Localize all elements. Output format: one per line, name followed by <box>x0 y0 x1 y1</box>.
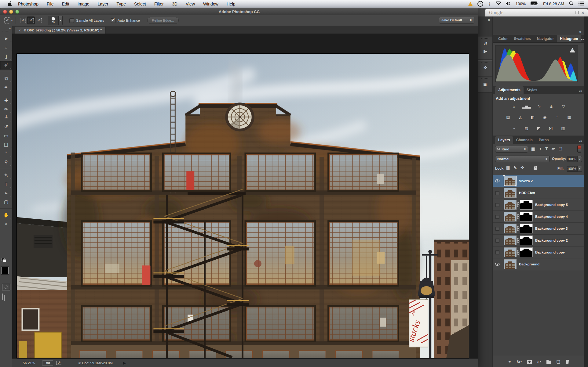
tab-adjustments[interactable]: Adjustments <box>495 86 524 94</box>
close-window-button[interactable] <box>3 10 7 14</box>
layer-mask-thumbnail[interactable] <box>520 236 532 245</box>
layer-thumbnail[interactable] <box>504 212 516 221</box>
vibrance-icon[interactable]: ▽ <box>560 103 567 109</box>
menu-item[interactable]: Type <box>117 2 126 6</box>
kind-filter-dropdown[interactable]: Kind ⇕ <box>495 146 528 153</box>
layer-row[interactable]: HDR Efex <box>493 187 584 199</box>
menu-item[interactable]: File <box>47 2 54 6</box>
battery-icon[interactable] <box>531 2 538 6</box>
histogram-warning-icon[interactable] <box>570 48 575 52</box>
tab-swatches[interactable]: Swatches <box>511 35 534 42</box>
layer-visibility-toggle[interactable] <box>493 175 502 187</box>
layer-thumbnail[interactable] <box>504 260 516 269</box>
collapse-panels-icon[interactable]: » <box>579 30 581 34</box>
type-tool[interactable]: T <box>0 180 12 189</box>
blend-mode-dropdown[interactable]: Normal ⇕ <box>495 156 550 162</box>
bluetooth-icon[interactable]: ᛒ <box>488 2 491 6</box>
layer-visibility-toggle[interactable] <box>493 211 502 222</box>
blur-tool[interactable]: ❜ <box>0 149 12 158</box>
layer-row[interactable]: Background copy 4 <box>493 211 584 223</box>
close-document-icon[interactable]: × <box>19 28 21 33</box>
layer-thumbnail[interactable] <box>504 176 516 185</box>
brush-size-picker[interactable]: 30 ▾ <box>48 16 63 25</box>
zoom-level-field[interactable]: 56.21% <box>18 361 35 365</box>
layer-visibility-toggle[interactable] <box>493 199 502 210</box>
menu-item[interactable]: Select <box>134 2 146 6</box>
panel-menu-icon[interactable]: ≡ <box>579 89 582 94</box>
minimize-window-button[interactable] <box>9 10 13 14</box>
layer-visibility-toggle[interactable] <box>493 235 502 246</box>
hand-tool[interactable]: ✋ <box>0 210 12 219</box>
foreground-color-swatch[interactable] <box>1 267 9 274</box>
new-layer-icon[interactable]: ❏ <box>557 359 561 364</box>
levels-icon[interactable]: ▂▅▃ <box>522 103 531 109</box>
document-size-info[interactable]: © Doc: 59.1M/520.8M <box>79 361 113 365</box>
wifi-icon[interactable] <box>496 2 501 6</box>
layer-thumbnail[interactable] <box>504 188 516 197</box>
layer-mask-thumbnail[interactable] <box>520 224 532 233</box>
fill-caret[interactable]: ▾ <box>578 166 582 172</box>
history-icon[interactable]: ↺ <box>478 41 492 47</box>
canvas-image[interactable]: steel stacks <box>17 54 469 358</box>
sync-settings-icon[interactable]: ✱⇄ <box>42 360 53 366</box>
alert-menu-icon[interactable] <box>468 2 473 6</box>
brightness-contrast-icon[interactable]: ☼ <box>510 103 517 109</box>
layer-thumbnail[interactable] <box>504 200 516 209</box>
new-adjustment-layer-icon[interactable]: ◐▾ <box>537 359 541 364</box>
spotlight-icon[interactable] <box>569 1 574 7</box>
invert-icon[interactable]: ◒ <box>510 125 518 131</box>
quick-mask-mode-button[interactable] <box>2 284 10 290</box>
auto-enhance-option[interactable]: Auto-Enhance <box>111 18 140 23</box>
menu-item[interactable]: Help <box>227 2 236 6</box>
expand-tools-icon[interactable]: » <box>9 27 11 30</box>
clone-stamp-tool[interactable]: ┻ <box>0 113 12 122</box>
layer-row[interactable]: Background copy 2 <box>493 235 584 246</box>
gradient-tool[interactable]: ◲ <box>0 140 12 149</box>
workspace-dropdown[interactable]: Jake Default ⇕ <box>439 17 474 23</box>
menu-item[interactable]: Edit <box>62 2 69 6</box>
layer-row[interactable]: Background <box>493 258 584 270</box>
zoom-window-button[interactable] <box>15 10 19 14</box>
tab-styles[interactable]: Styles <box>524 86 540 94</box>
lock-pixels-icon[interactable]: ✎ <box>513 165 517 170</box>
google-maximize-button[interactable] <box>575 11 579 14</box>
panel-menu-icon[interactable]: ≡ <box>579 139 582 144</box>
exposure-icon[interactable]: ± <box>548 103 555 109</box>
subtract-from-selection-mode-button[interactable]: ✐− <box>35 16 43 24</box>
menu-item[interactable]: 3D <box>172 2 177 6</box>
layer-mask-thumbnail[interactable] <box>520 248 532 257</box>
actions-icon[interactable]: ▶ <box>478 49 492 54</box>
posterize-icon[interactable]: ▨ <box>523 125 530 131</box>
spot-healing-brush-tool[interactable]: ✚ <box>0 96 12 105</box>
menu-item[interactable]: Window <box>203 2 218 6</box>
panel-grip[interactable] <box>481 62 490 63</box>
shape-tool[interactable]: ▢ <box>0 197 12 206</box>
google-close-button[interactable]: ✕ <box>581 11 585 14</box>
eraser-tool[interactable]: ▭ <box>0 131 12 140</box>
add-layer-mask-icon[interactable] <box>527 360 532 364</box>
brush-tool[interactable]: ✑ <box>0 105 12 113</box>
color-balance-icon[interactable]: ◭ <box>517 114 524 120</box>
layer-visibility-toggle[interactable] <box>493 258 502 270</box>
brush-picker-caret[interactable]: ▾ <box>59 16 63 25</box>
layer-visibility-toggle[interactable] <box>493 187 502 199</box>
zoom-tool[interactable]: ⌕ <box>0 219 12 228</box>
tab-histogram[interactable]: Histogram <box>557 35 581 42</box>
new-selection-mode-button[interactable]: ✐ <box>19 16 27 24</box>
layer-row[interactable]: Background copy 5 <box>493 199 584 211</box>
layer-style-icon[interactable]: fx▾ <box>517 359 522 364</box>
adjustment-layer-filter-icon[interactable]: ◑ <box>539 146 541 151</box>
tab-paths[interactable]: Paths <box>536 136 552 144</box>
layer-row[interactable]: Viveza 2 <box>493 175 584 187</box>
panel-grip[interactable] <box>481 38 490 39</box>
layer-row[interactable]: Background copy <box>493 246 584 258</box>
tools-grip[interactable] <box>2 31 10 32</box>
lock-transparency-icon[interactable]: ▦ <box>506 165 510 170</box>
menu-item[interactable]: Image <box>78 2 89 6</box>
background-color-swatch[interactable] <box>0 265 0 272</box>
document-tab[interactable]: × © D62_5298.dng @ 56.2% (Viveza 2, RGB/… <box>15 26 106 34</box>
sample-all-layers-option[interactable]: Sample All Layers <box>69 18 104 23</box>
eyedropper-tool[interactable]: ✒ <box>0 83 12 92</box>
layer-thumbnail[interactable] <box>504 236 516 245</box>
black-white-icon[interactable]: ◧ <box>529 114 536 120</box>
